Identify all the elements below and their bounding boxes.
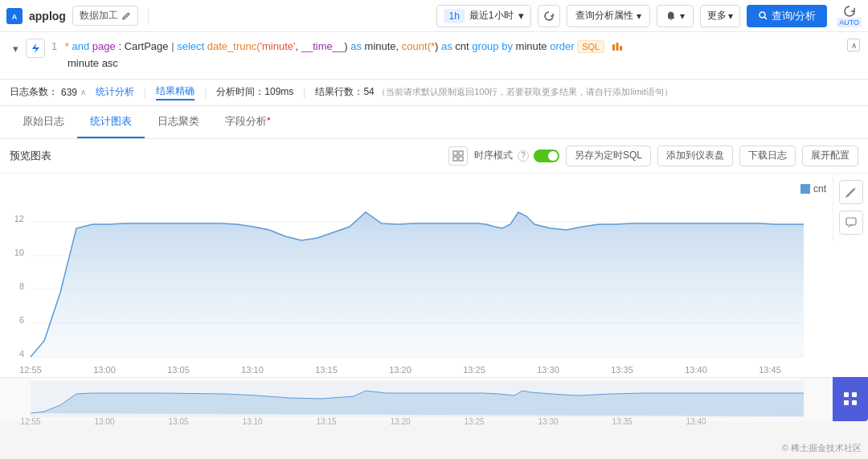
svg-text:8: 8 <box>19 281 24 291</box>
svg-text:13:15: 13:15 <box>316 417 336 425</box>
query-minute-alias: minute <box>365 40 396 52</box>
top-bar: A applog 数据加工 1h 最近1小时 ▾ 查询分析属性 ▾ ▾ 更多 ▾… <box>0 0 868 32</box>
query-line2: minute asc <box>51 55 841 72</box>
tab-log-cluster[interactable]: 日志聚类 <box>145 106 212 138</box>
query-controls: ▾ <box>8 37 45 58</box>
main-chart: 4 6 8 10 12 <box>0 180 836 377</box>
query-wildcard: * <box>65 40 69 52</box>
log-count: 日志条数： 639 ∧ <box>10 85 86 99</box>
legend-color-cnt <box>800 184 810 194</box>
sql-badge[interactable]: SQL <box>577 40 604 53</box>
save-sql-button[interactable]: 另存为定时SQL <box>566 145 651 166</box>
query-order: order <box>550 40 577 52</box>
grid-settings-button[interactable] <box>448 146 468 166</box>
query-props-label: 查询分析属性 <box>575 9 633 23</box>
chat-icon <box>845 216 858 229</box>
svg-text:13:20: 13:20 <box>389 365 411 375</box>
svg-rect-10 <box>459 157 463 161</box>
stats-analysis-link[interactable]: 统计分析 <box>96 85 134 99</box>
tab-raw-log[interactable]: 原始日志 <box>10 106 77 138</box>
svg-text:13:45: 13:45 <box>759 365 781 375</box>
results-exact-link[interactable]: 结果精确 <box>156 84 194 100</box>
svg-text:12:55: 12:55 <box>20 417 40 425</box>
quick-mode-button[interactable] <box>26 39 45 58</box>
log-count-value: 639 <box>61 87 77 98</box>
chart-title: 预览图表 <box>10 149 51 163</box>
query-time-var: __time__ <box>301 40 344 52</box>
apps-button[interactable] <box>833 377 868 421</box>
svg-text:13:10: 13:10 <box>242 417 262 425</box>
result-rows: 结果行数：54 （当前请求默认限制返回100行，若要获取更多结果，请自行添加li… <box>315 85 673 99</box>
svg-text:13:35: 13:35 <box>611 365 633 375</box>
data-process-button[interactable]: 数据加工 <box>72 6 138 26</box>
svg-text:13:05: 13:05 <box>167 365 190 375</box>
query-as1: as <box>350 40 364 52</box>
svg-rect-32 <box>846 218 856 225</box>
add-dashboard-button[interactable]: 添加到仪表盘 <box>657 145 733 166</box>
mini-chart-svg[interactable]: 12:55 13:00 13:05 13:10 13:15 13:20 13:2… <box>0 381 836 425</box>
svg-text:13:00: 13:00 <box>94 417 114 425</box>
line-number: 1 <box>51 40 57 52</box>
time-mode-switch[interactable] <box>534 150 559 162</box>
svg-text:6: 6 <box>19 315 24 325</box>
refresh-icon <box>543 10 555 22</box>
svg-rect-47 <box>844 400 849 405</box>
apps-icon <box>842 391 858 407</box>
time-tab-1h[interactable]: 1h <box>444 9 464 23</box>
query-paren1: ) <box>344 40 347 52</box>
query-bar: ▾ 1 * and page : CartPage | select date_… <box>0 32 868 80</box>
log-count-chevron[interactable]: ∧ <box>80 88 86 96</box>
query-group-minute: minute <box>516 40 547 52</box>
expand-button[interactable]: ▾ <box>8 41 23 55</box>
query-analyze-button[interactable]: 查询/分析 <box>747 5 828 27</box>
tab-field-analysis[interactable]: 字段分析● <box>212 106 284 138</box>
query-as2: as <box>441 40 455 52</box>
pencil-icon <box>845 186 858 199</box>
auto-refresh-area: AUTO <box>837 5 862 27</box>
query-analyze-label: 查询/分析 <box>772 9 817 23</box>
svg-line-3 <box>764 17 767 19</box>
more-label: 更多 <box>707 9 727 23</box>
query-and: and <box>72 40 92 52</box>
svg-text:13:25: 13:25 <box>463 365 485 375</box>
query-text[interactable]: 1 * and page : CartPage | select date_tr… <box>51 37 841 74</box>
right-side-buttons <box>833 174 868 241</box>
svg-text:13:05: 13:05 <box>168 417 188 425</box>
separator <box>148 8 149 24</box>
query-comma2: , <box>396 40 399 52</box>
more-button[interactable]: 更多 ▾ <box>700 5 740 27</box>
chevron-down-icon: ▾ <box>728 10 733 22</box>
sql-bars-icon <box>611 41 624 54</box>
refresh-button[interactable] <box>538 5 560 27</box>
query-str-minute: 'minute' <box>260 40 296 52</box>
draw-button[interactable] <box>839 180 863 204</box>
mini-chart: 12:55 13:00 13:05 13:10 13:15 13:20 13:2… <box>0 377 868 421</box>
chart-container: 预览图表 时序模式 ? 另存为定时SQL 添加到仪表盘 下载日志 展开配置 4 … <box>0 139 868 421</box>
toggle-knob <box>548 151 558 161</box>
download-log-button[interactable]: 下载日志 <box>739 145 796 166</box>
grid-icon <box>452 150 464 162</box>
tab-stats-chart[interactable]: 统计图表 <box>77 106 145 138</box>
svg-rect-4 <box>612 44 615 51</box>
analysis-time: 分析时间：109ms <box>216 85 293 99</box>
svg-rect-7 <box>453 151 457 155</box>
chart-wrapper: 4 6 8 10 12 <box>0 174 868 377</box>
auto-refresh-icon[interactable] <box>843 5 856 18</box>
chevron-down-icon: ▾ <box>518 10 524 22</box>
collapse-button[interactable]: ∧ <box>847 39 860 51</box>
app-name: applog <box>29 10 66 23</box>
info-bar: 日志条数： 639 ∧ 统计分析 | 结果精确 | 分析时间：109ms | 结… <box>0 80 868 106</box>
time-selector[interactable]: 1h 最近1小时 ▾ <box>436 5 530 27</box>
svg-rect-46 <box>852 392 857 397</box>
svg-rect-5 <box>616 43 618 51</box>
query-comma1: , <box>296 40 301 52</box>
query-by: by <box>502 40 515 52</box>
mini-area <box>31 391 804 416</box>
query-props-button[interactable]: 查询分析属性 ▾ <box>567 5 650 27</box>
svg-point-2 <box>760 12 765 18</box>
chat-button[interactable] <box>839 211 863 235</box>
time-mode-toggle[interactable]: 时序模式 ? <box>474 149 559 162</box>
time-mode-label: 时序模式 <box>474 149 513 162</box>
bell-button[interactable]: ▾ <box>657 5 694 27</box>
expand-config-button[interactable]: 展开配置 <box>802 145 858 166</box>
